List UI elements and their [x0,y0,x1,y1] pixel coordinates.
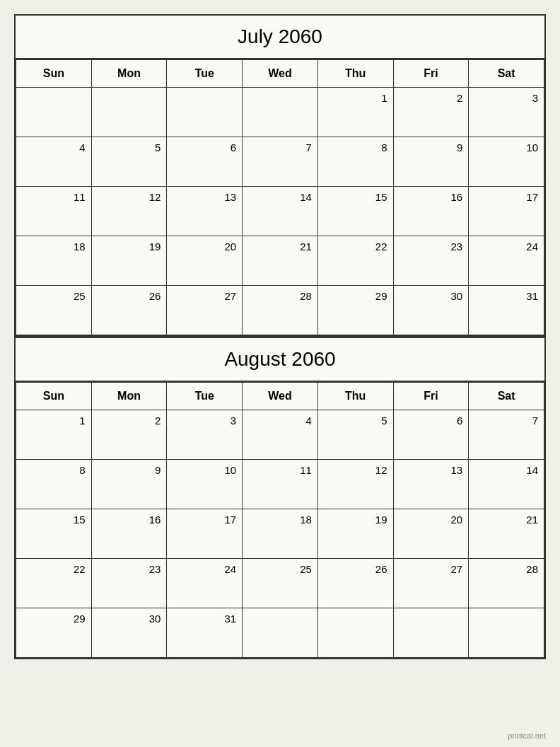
calendar-cell: 4 [243,410,318,460]
calendar-cell: 29 [16,608,92,658]
calendar-cell [167,88,243,137]
calendar-cell: 25 [16,286,92,335]
calendar-cell: 27 [393,559,469,608]
calendar-august-2060: August 2060SunMonTueWedThuFriSat12345678… [14,337,546,659]
calendar-cell: 8 [16,460,92,509]
calendar-cell: 23 [91,559,167,608]
calendar-cell: 20 [167,236,243,286]
calendar-cell [393,608,469,658]
day-header-sat: Sat [469,60,544,88]
calendar-cell: 23 [393,236,469,286]
calendar-cell: 12 [91,187,167,236]
calendar-cell: 30 [393,286,469,335]
day-header-sat: Sat [469,383,544,410]
calendar-cell: 29 [317,286,393,335]
calendar-cell: 25 [243,559,318,608]
calendar-cell: 2 [393,88,469,137]
calendar-cell: 28 [469,559,544,608]
calendar-cell: 17 [469,187,544,236]
calendar-cell: 15 [317,187,393,236]
day-header-sun: Sun [16,60,92,88]
day-header-wed: Wed [243,383,318,410]
day-header-tue: Tue [167,60,243,88]
calendar-cell: 9 [91,460,167,509]
calendar-cell: 11 [16,187,92,236]
calendar-cell: 8 [317,137,393,187]
calendar-cell: 1 [16,410,92,460]
calendar-cell: 13 [393,460,469,509]
calendar-cell: 16 [91,509,167,559]
calendar-cell: 14 [469,460,544,509]
calendar-cell: 11 [243,460,318,509]
calendar-cell [469,608,544,658]
calendar-cell: 4 [16,137,92,187]
calendar-cell: 27 [167,286,243,335]
calendar-cell: 14 [243,187,318,236]
calendar-cell: 16 [393,187,469,236]
calendar-title-august-2060: August 2060 [16,338,544,382]
calendar-cell: 6 [393,410,469,460]
calendar-cell: 26 [317,559,393,608]
calendar-cell: 20 [393,509,469,559]
day-header-mon: Mon [91,60,167,88]
calendar-cell: 22 [317,236,393,286]
calendar-cell: 31 [167,608,243,658]
calendar-cell [243,88,318,137]
calendar-cell: 7 [243,137,318,187]
calendar-cell: 30 [91,608,167,658]
calendar-cell: 24 [167,559,243,608]
calendar-cell: 28 [243,286,318,335]
calendar-cell [16,88,92,137]
calendar-cell [91,88,167,137]
calendar-cell: 24 [469,236,544,286]
calendar-cell: 21 [469,509,544,559]
day-header-thu: Thu [317,383,393,410]
calendar-cell: 2 [91,410,167,460]
calendar-cell: 18 [16,236,92,286]
calendar-cell: 13 [167,187,243,236]
calendar-cell: 3 [469,88,544,137]
page: July 2060SunMonTueWedThuFriSat1234567891… [14,14,546,659]
calendar-cell: 10 [167,460,243,509]
calendar-july-2060: July 2060SunMonTueWedThuFriSat1234567891… [14,14,546,337]
calendar-cell: 12 [317,460,393,509]
day-header-tue: Tue [167,383,243,410]
calendar-cell [317,608,393,658]
calendar-cell: 18 [243,509,318,559]
day-header-fri: Fri [393,60,469,88]
calendar-title-july-2060: July 2060 [16,16,544,59]
calendar-cell: 9 [393,137,469,187]
calendar-cell: 26 [91,286,167,335]
calendar-cell: 10 [469,137,544,187]
calendar-cell: 7 [469,410,544,460]
calendar-cell: 5 [91,137,167,187]
calendar-cell: 6 [167,137,243,187]
calendar-cell [243,608,318,658]
calendar-cell: 19 [317,509,393,559]
day-header-wed: Wed [243,60,318,88]
calendar-cell: 22 [16,559,92,608]
day-header-thu: Thu [317,60,393,88]
calendar-cell: 3 [167,410,243,460]
calendar-cell: 15 [16,509,92,559]
calendar-cell: 1 [317,88,393,137]
day-header-fri: Fri [393,383,469,410]
calendar-cell: 19 [91,236,167,286]
calendar-cell: 17 [167,509,243,559]
watermark-label: printcal.net [508,731,546,740]
day-header-sun: Sun [16,383,92,410]
day-header-mon: Mon [91,383,167,410]
calendar-cell: 21 [243,236,318,286]
calendar-cell: 5 [317,410,393,460]
calendar-cell: 31 [469,286,544,335]
